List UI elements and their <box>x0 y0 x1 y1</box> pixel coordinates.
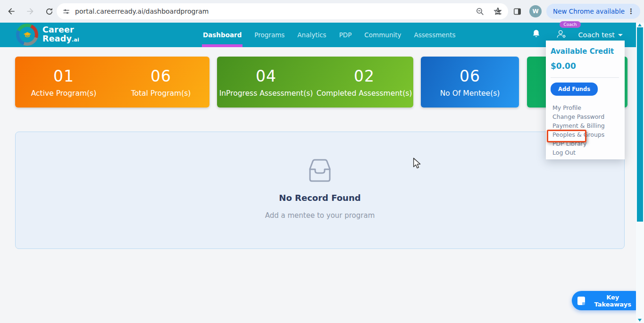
empty-state: No Record Found Add a mentee to your pro… <box>16 158 624 220</box>
site-settings-icon[interactable] <box>62 8 70 16</box>
mentees-stat: 06 No Of Mentee(s) <box>421 57 519 108</box>
menu-divider <box>551 77 619 78</box>
total-programs-stat: 06 Total Program(s) <box>112 57 209 108</box>
user-menu-trigger[interactable]: Coach test <box>578 31 623 39</box>
inprogress-assessments-stat: 04 InProgress Assessment(s) <box>217 57 315 108</box>
coach-role-badge: Coach <box>560 21 581 28</box>
active-programs-stat: 01 Active Program(s) <box>15 57 112 108</box>
browser-menu-icon[interactable]: ⋮ <box>625 7 637 16</box>
chrome-update-label: New Chrome available <box>553 8 625 15</box>
main-nav: Dashboard Programs Analytics PDP Communi… <box>203 23 456 47</box>
reload-icon[interactable] <box>42 4 57 19</box>
user-settings-icon[interactable]: Coach <box>556 29 567 41</box>
mentees-stat-card: 06 No Of Mentee(s) <box>421 57 519 108</box>
empty-state-subtitle: Add a mentee to your program <box>265 211 375 220</box>
completed-assessments-stat: 02 Completed Assessment(s) <box>315 57 413 108</box>
menu-item-pdp-library[interactable]: PDP Library <box>551 138 619 147</box>
nav-programs[interactable]: Programs <box>254 23 284 47</box>
key-takeaways-label: Key Takeaways <box>589 294 636 308</box>
available-credit-label: Available Credit <box>551 47 619 56</box>
nav-dashboard[interactable]: Dashboard <box>203 23 242 47</box>
browser-toolbar: portal.careerready.ai/dashboardprogram W… <box>0 0 644 23</box>
browser-profile-avatar[interactable]: W <box>529 5 542 17</box>
programs-stat-card: 01 Active Program(s) 06 Total Program(s) <box>15 57 209 108</box>
back-icon[interactable] <box>4 4 19 19</box>
menu-item-payment-billing[interactable]: Payment & Billing <box>551 120 619 129</box>
nav-analytics[interactable]: Analytics <box>297 23 326 47</box>
menu-item-peoples-groups[interactable]: Peoples & Groups <box>551 129 619 138</box>
credit-amount: $0.00 <box>551 61 619 71</box>
download-icon[interactable] <box>491 4 506 19</box>
user-name-label: Coach test <box>578 31 615 39</box>
nav-community[interactable]: Community <box>364 23 401 47</box>
notifications-bell-icon[interactable] <box>532 29 541 41</box>
assessments-stat-card: 04 InProgress Assessment(s) 02 Completed… <box>217 57 413 108</box>
forward-icon[interactable] <box>23 4 38 19</box>
careerready-logo[interactable]: Career Ready.ai <box>16 24 79 46</box>
side-panel-icon[interactable] <box>510 4 525 19</box>
empty-inbox-icon <box>304 158 335 184</box>
careerready-logo-icon <box>16 24 38 46</box>
nav-assessments[interactable]: Assessments <box>414 23 455 47</box>
scrollbar-down-icon[interactable] <box>638 319 642 322</box>
menu-item-my-profile[interactable]: My Profile <box>551 102 619 111</box>
key-takeaways-button[interactable]: Key Takeaways <box>572 291 644 310</box>
address-bar[interactable]: portal.careerready.ai/dashboardprogram <box>57 3 508 19</box>
menu-item-log-out[interactable]: Log Out <box>551 147 619 156</box>
logo-text: Career Ready.ai <box>42 25 79 44</box>
menu-item-change-password[interactable]: Change Password <box>551 111 619 120</box>
empty-state-title: No Record Found <box>279 193 360 203</box>
note-icon <box>577 297 585 305</box>
chevron-down-icon <box>618 34 623 36</box>
scrollbar-thumb[interactable] <box>637 27 643 222</box>
mentee-list-panel: No Record Found Add a mentee to your pro… <box>15 132 625 249</box>
graduation-cap-icon <box>22 30 33 40</box>
page-scrollbar[interactable] <box>636 23 644 323</box>
scrollbar-up-icon[interactable] <box>638 24 642 26</box>
chrome-update-button[interactable]: New Chrome available ⋮ <box>546 4 640 19</box>
nav-pdp[interactable]: PDP <box>339 23 352 47</box>
account-dropdown: Available Credit $0.00 Add Funds My Prof… <box>546 41 625 159</box>
add-funds-button[interactable]: Add Funds <box>551 83 598 96</box>
zoom-icon[interactable] <box>476 7 485 16</box>
url-text[interactable]: portal.careerready.ai/dashboardprogram <box>75 8 476 15</box>
